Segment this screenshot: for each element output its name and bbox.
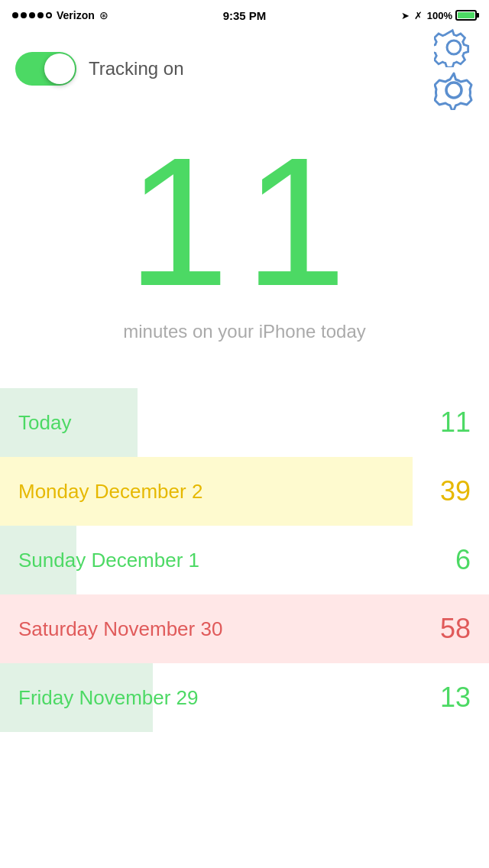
item-value: 6 [455,544,471,576]
battery-fill [458,12,474,18]
svg-point-1 [446,83,461,98]
minutes-label: minutes on your iPhone today [0,321,489,342]
signal-dot-3 [29,12,35,18]
signal-dot-4 [37,12,44,18]
item-value: 58 [440,613,471,645]
item-label: Monday December 2 [18,480,202,504]
signal-dot-5 [46,12,52,18]
battery-container: 100% [427,10,477,21]
status-time: 9:35 PM [223,9,267,22]
list-item[interactable]: Sunday December 16 [0,526,489,594]
signal-dot-1 [12,12,18,18]
list-item[interactable]: Saturday November 3058 [0,594,489,663]
list-section: Today11Monday December 239Sunday Decembe… [0,388,489,732]
toggle-knob [44,53,75,84]
tracking-label: Tracking on [89,58,184,79]
battery-icon [455,10,477,21]
big-number-section: 11 minutes on your iPhone today [0,107,489,358]
list-item[interactable]: Today11 [0,388,489,457]
header: Tracking on [0,31,489,107]
status-left: Verizon ⊛ [12,9,108,21]
signal-dot-2 [21,12,27,18]
gear-icon [434,28,474,67]
svg-point-0 [447,40,461,54]
list-item[interactable]: Monday December 239 [0,457,489,526]
settings-button[interactable] [434,28,474,110]
status-right: ➤ ✗ 100% [401,10,477,21]
item-label: Friday November 29 [18,686,199,710]
wifi-icon: ⊛ [99,9,108,21]
item-label: Today [18,411,71,435]
item-value: 13 [440,682,471,714]
big-number: 11 [0,130,489,313]
gear-svg [434,70,474,110]
item-label: Saturday November 30 [18,617,222,641]
bluetooth-icon: ✗ [414,10,423,21]
signal-dots [12,12,52,18]
toggle-container: Tracking on [15,52,184,86]
battery-percent: 100% [427,10,452,21]
item-label: Sunday December 1 [18,549,199,572]
location-icon: ➤ [401,10,410,21]
item-value: 11 [440,406,471,439]
tracking-toggle[interactable] [15,52,76,86]
item-value: 39 [440,475,471,507]
status-bar: Verizon ⊛ 9:35 PM ➤ ✗ 100% [0,0,489,31]
carrier-label: Verizon [57,9,95,21]
list-item[interactable]: Friday November 2913 [0,663,489,732]
